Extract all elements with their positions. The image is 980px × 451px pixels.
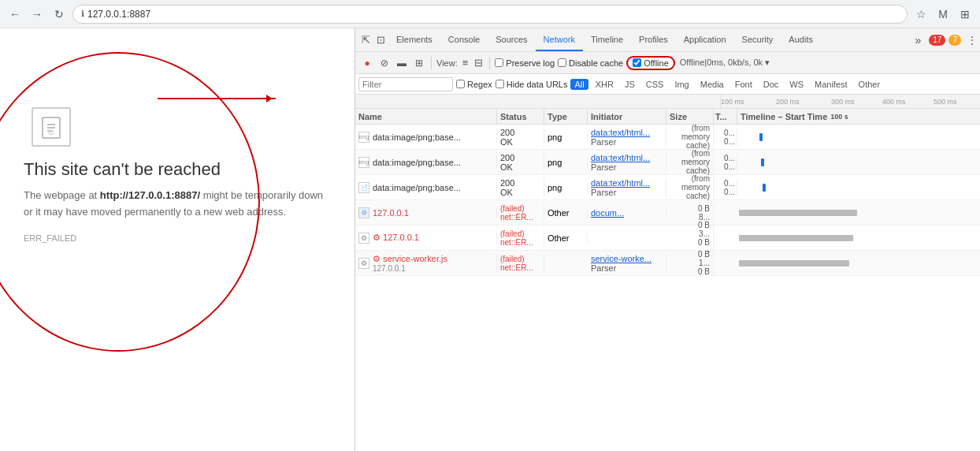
divider-2 <box>489 57 490 69</box>
tab-security[interactable]: Security <box>734 28 781 51</box>
back-button[interactable]: ← <box>6 6 24 23</box>
view-label: View: <box>436 58 458 68</box>
record-button[interactable]: ● <box>360 56 374 70</box>
filter-type-css[interactable]: CSS <box>642 79 668 90</box>
preserve-log-label[interactable]: Preserve log <box>495 58 555 68</box>
regex-text: Regex <box>467 80 492 89</box>
cell-timeline-2 <box>737 150 980 174</box>
devtools-undock-icon[interactable]: ⇱ <box>358 34 373 46</box>
tab-console[interactable]: Console <box>440 28 488 51</box>
offline-settings-dropdown[interactable]: Offline|0ms, 0kb/s, 0k ▾ <box>680 58 770 68</box>
mark-100ms: 100 ms <box>721 98 744 106</box>
tab-network[interactable]: Network <box>536 28 583 51</box>
reload-button[interactable]: ↻ <box>50 6 68 23</box>
initiator-type-2: Parser <box>591 162 663 172</box>
cell-status-2: 200 OK <box>497 153 544 172</box>
cell-size-3: (from memory cache) <box>666 174 714 200</box>
col-header-initiator[interactable]: Initiator <box>588 109 666 124</box>
capture-screenshot-button[interactable]: ▬ <box>395 56 409 70</box>
file-icon-5: ⚙ <box>358 233 369 244</box>
filter-type-other[interactable]: Other <box>855 79 885 90</box>
extensions-button[interactable]: ⊞ <box>956 6 974 23</box>
disable-cache-label[interactable]: Disable cache <box>558 58 623 68</box>
initiator-link-2[interactable]: data:text/html... <box>591 153 663 162</box>
filter-button[interactable]: ⊞ <box>412 56 426 70</box>
forward-button[interactable]: → <box>28 6 46 23</box>
initiator-link-1[interactable]: data:text/html... <box>591 128 663 137</box>
offline-checkbox[interactable] <box>633 58 641 67</box>
tab-elements[interactable]: Elements <box>388 28 440 51</box>
offline-button[interactable]: Offline <box>626 56 675 70</box>
filter-type-media[interactable]: Media <box>696 79 728 90</box>
devtools-tabs: ⇱ ⊡ Elements Console Sources Network Tim… <box>355 28 980 52</box>
view-list-icon[interactable]: ≡ <box>461 55 470 70</box>
col-header-timeline[interactable]: Timeline – Start Time 100 s <box>737 109 980 124</box>
regex-label[interactable]: Regex <box>456 80 492 89</box>
tab-timeline[interactable]: Timeline <box>583 28 631 51</box>
table-row[interactable]: ⚙ ⚙ 127.0.0.1 (failed) net::ER... Other … <box>355 226 980 251</box>
hide-data-urls-checkbox[interactable] <box>496 80 504 88</box>
request-name-1: data:image/png;base... <box>373 132 461 142</box>
filter-type-ws[interactable]: WS <box>785 79 807 90</box>
tab-audits[interactable]: Audits <box>781 28 821 51</box>
cell-initiator-3: data:text/html... Parser <box>588 178 666 197</box>
filter-input[interactable] <box>358 77 453 91</box>
filter-type-xhr[interactable]: XHR <box>592 79 618 90</box>
error-page: This site can't be reached The webpage a… <box>0 28 355 451</box>
filter-type-manifest[interactable]: Manifest <box>811 79 852 90</box>
tab-application[interactable]: Application <box>676 28 734 51</box>
col-header-status[interactable]: Status <box>497 109 544 124</box>
timeline-bar-6 <box>739 260 849 266</box>
cell-type-2: png <box>544 158 588 167</box>
filter-type-doc[interactable]: Doc <box>759 79 783 90</box>
filter-type-img[interactable]: Img <box>670 79 692 90</box>
initiator-link-4[interactable]: docum... <box>591 208 663 218</box>
cell-name-1: img data:image/png;base... <box>355 132 497 143</box>
profile-button[interactable]: M <box>934 6 952 23</box>
timeline-bar-1 <box>759 133 763 141</box>
filter-type-all[interactable]: All <box>570 79 588 90</box>
url-text: 127.0.0.1:8887 <box>87 9 150 20</box>
request-name-4: 127.0.0.1 <box>373 208 409 218</box>
cell-type-5: Other <box>544 233 588 243</box>
error-description: The webpage at http://127.0.0.1:8887/ mi… <box>24 188 331 221</box>
table-row[interactable]: img data:image/png;base... 200 OK png da… <box>355 150 980 175</box>
more-tabs-button[interactable]: » <box>911 34 926 47</box>
table-row[interactable]: ⚙ ⚙ service-worker.js 127.0.0.1 (failed)… <box>355 251 980 276</box>
file-icon-4: ⊙ <box>358 207 369 218</box>
filter-type-font[interactable]: Font <box>731 79 756 90</box>
mark-300ms: 300 ms <box>831 98 855 106</box>
network-table: img data:image/png;base... 200 OK png da… <box>355 125 980 451</box>
col-header-type[interactable]: Type <box>544 109 588 124</box>
devtools-pop-icon[interactable]: ⊡ <box>373 34 388 46</box>
initiator-type-6: Parser <box>591 263 663 273</box>
tab-profiles[interactable]: Profiles <box>631 28 676 51</box>
settings-icon[interactable]: ⋮ <box>967 35 977 46</box>
bookmark-button[interactable]: ☆ <box>912 6 930 23</box>
table-row[interactable]: img data:image/png;base... 200 OK png da… <box>355 125 980 150</box>
preserve-log-checkbox[interactable] <box>495 58 503 67</box>
error-url: http://127.0.0.1:8887/ <box>100 189 200 201</box>
col-header-size[interactable]: Size <box>666 109 714 124</box>
request-name-3: data:image/png;base... <box>373 183 461 192</box>
col-header-time[interactable]: T... <box>714 109 737 124</box>
size-1: (from memory cache) <box>670 125 710 150</box>
address-bar[interactable]: ℹ 127.0.0.1:8887 <box>72 5 908 24</box>
col-header-name[interactable]: Name <box>355 109 497 124</box>
error-title: This site can't be reached <box>24 159 331 180</box>
initiator-link-3[interactable]: data:text/html... <box>591 178 663 188</box>
initiator-link-6[interactable]: service-worke... <box>591 254 663 263</box>
cell-status-6: (failed) net::ER... <box>497 255 544 272</box>
cell-timeline-5 <box>737 226 980 250</box>
timeline-scale-header: 100 ms 200 ms 300 ms 400 ms 500 ms 600 m… <box>355 95 980 109</box>
divider-1 <box>431 57 432 69</box>
stop-recording-button[interactable]: ⊘ <box>377 56 392 70</box>
filter-type-js[interactable]: JS <box>621 79 639 90</box>
cell-initiator-4: docum... <box>588 208 666 218</box>
disable-cache-checkbox[interactable] <box>558 58 566 67</box>
table-row[interactable]: 📄 data:image/png;base... 200 OK png data… <box>355 175 980 200</box>
hide-data-urls-label[interactable]: Hide data URLs <box>496 80 568 89</box>
view-waterfall-icon[interactable]: ⊟ <box>473 55 484 70</box>
regex-checkbox[interactable] <box>456 80 465 88</box>
tab-sources[interactable]: Sources <box>488 28 535 51</box>
